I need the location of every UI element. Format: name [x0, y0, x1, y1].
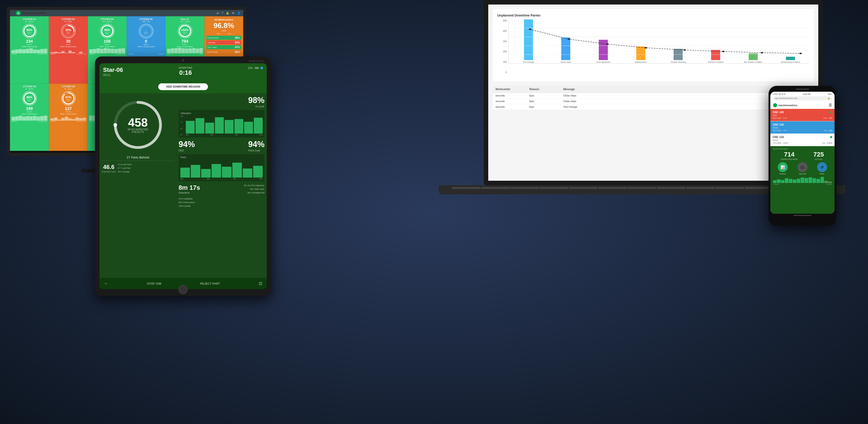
- svg-point-25: [114, 123, 117, 127]
- mc-parts: 794: [182, 39, 188, 44]
- col-workcenter: Workcenter: [495, 88, 529, 91]
- tab-behind-text: 27 Parts Behind: [127, 156, 149, 159]
- phone-machine-item-cnc133[interactable]: CNC 133 00410 725 Parts · 101% 2m · Acti…: [770, 134, 835, 146]
- bar-dimensional: Dimensional Problem: [774, 57, 807, 63]
- mc-status: 57m · Active: [180, 21, 190, 23]
- bar-tool-change: Tool Change: [512, 20, 546, 63]
- utilization-chart: Utilization 100 75 50 25: [179, 110, 265, 137]
- lock-icon[interactable]: 🔒: [226, 11, 229, 15]
- mc-parts: 0: [145, 39, 147, 44]
- mc-percent: 25%: [65, 28, 72, 31]
- pmi-name: CNC 132: [773, 123, 784, 126]
- mc-bar-chart: [166, 48, 203, 53]
- last-few: 47.7 Last Few: [118, 166, 174, 170]
- mc-name: CITIZEN 04: [101, 18, 114, 21]
- mc-timestamps: 3:30 PM 12:00 AM 11/15: [11, 53, 48, 55]
- mc-gauge: 87% PARTS GOAL: [61, 91, 76, 106]
- expected-now-label: EXPECTED NOW: [773, 148, 832, 150]
- stop-job-btn[interactable]: STOP JOB: [147, 282, 161, 285]
- chart-bars-area: Tool Change Clean chips Tool Adjustment: [508, 20, 809, 64]
- tablet-home-button[interactable]: [179, 285, 188, 294]
- data-table: Workcenter Reason Message seconds Epic C…: [493, 86, 814, 110]
- bar-tool-adjustment: Tool Adjustment: [586, 40, 620, 63]
- phone-menu-icon[interactable]: ☰: [829, 103, 832, 107]
- reset-btn[interactable]: ↺ Reset: [817, 162, 827, 175]
- mc-name: Star-11: [181, 18, 189, 21]
- mc-timestamps: 3:30 PM 12:00 AM 11/15: [89, 53, 125, 55]
- mc-behind-text: 00111: 22 parts ahead: [177, 46, 193, 47]
- phone-action-buttons: 📊 Reports ⬛ Stop Job ↺ Res: [773, 162, 832, 175]
- monitor-btn[interactable]: ⊡: [259, 281, 262, 286]
- tablet-header: Star-06 00111 DOWNTIME 0:16 17s · Idle: [99, 63, 267, 79]
- mc-parts: 158: [104, 39, 111, 44]
- table-header-row: Workcenter Reason Message: [493, 86, 814, 93]
- phone: AT&T Wi-Fi ✦ 6:09 PM 33% app.machinemetr…: [769, 86, 836, 226]
- carrier: AT&T Wi-Fi ✦: [773, 93, 786, 95]
- reports-label: Reports: [780, 173, 786, 175]
- mm-logo: m machinemetrics: [16, 11, 46, 15]
- phone-url-bar[interactable]: app.machinemetrics.com 🔒: [773, 96, 832, 100]
- tablet: SAMSUNG Star-06 00111 DOWNTIME 0:16 17s …: [95, 57, 271, 296]
- chart-y-axis: 500 400 300 200 100 0: [497, 20, 508, 74]
- mc-name: CITIZEN 03: [62, 18, 75, 21]
- mc-percent: 102%: [181, 28, 188, 31]
- wc-oee-label: OEE: [221, 30, 226, 32]
- samsung-brand: SAMSUNG: [249, 60, 265, 62]
- reset-label: Reset: [819, 173, 825, 175]
- settings-icon[interactable]: ⚙: [232, 11, 235, 15]
- utilization-label: Utilization: [180, 112, 263, 115]
- wc-row-yesterday: Yesterday 93%: [206, 40, 241, 44]
- tab-left-panel: 458 OF 617 EXPECTED 0 REJECTS 27 Parts B…: [99, 93, 176, 278]
- mc-percent: -: [143, 28, 149, 31]
- parts-bars: [180, 160, 263, 177]
- machine-card-citizen01[interactable]: CITIZEN 01 2h · Active 96% PARTS GOAL 23…: [10, 16, 49, 84]
- mc-bar-chart: [128, 48, 164, 53]
- availability: 97% Availability: [179, 197, 265, 201]
- phone-expected-val: 714 EXPECTED NOW: [781, 151, 798, 160]
- parts-gauge: 458 OF 617 EXPECTED 0 REJECTS: [111, 98, 165, 152]
- table-row: seconds Epic Clean chips: [493, 93, 814, 98]
- phone-machine-item-cnc132[interactable]: CNC 132 05460 602 Parts · 77% 47s · Idle: [770, 121, 835, 134]
- mc-bar-chart: [89, 48, 125, 53]
- phone-body: AT&T Wi-Fi ✦ 6:09 PM 33% app.machinemetr…: [769, 86, 836, 226]
- mc-name: CITIZEN 05: [140, 18, 153, 21]
- back-btn[interactable]: ←: [104, 281, 108, 286]
- user-icon[interactable]: 👤: [237, 11, 241, 15]
- phone-time-labels: 7:00 AM 7:30 PM: [773, 184, 832, 185]
- in-cycle-label: In Cycle: [179, 105, 265, 108]
- mc-status: 2h · Active: [25, 21, 34, 23]
- machine-card-citizen08[interactable]: CITIZEN 08 2h · Active 98% PARTS GOAL 19…: [10, 84, 49, 151]
- bar-machine-problem: Machine Problem: [699, 50, 733, 63]
- mm-logo-icon: m: [16, 11, 21, 15]
- tv-header-bar: m machinemetrics ⇄ ? 🔒 ⚙ 👤: [10, 10, 243, 16]
- phone-big-numbers: 714 EXPECTED NOW 725 ACTUAL: [773, 151, 832, 160]
- stop-job-phone-btn[interactable]: ⬛ Stop Job: [798, 162, 807, 175]
- mc-percent: 96%: [26, 28, 33, 31]
- mc-gauge: - PARTS GOAL: [139, 24, 153, 38]
- tab-machine-name: Star-06: [103, 66, 123, 73]
- phone-app-name: machinemetrics: [778, 104, 798, 107]
- info-icon[interactable]: ?: [221, 11, 223, 15]
- table-row: seconds Epic Clean chips: [493, 98, 814, 104]
- stop-job-label: STOP JOB: [147, 282, 161, 285]
- mc-parts: 199: [26, 106, 33, 111]
- mc-percent: 87%: [65, 95, 72, 99]
- machine-card-citizen03[interactable]: CITIZEN 03 2h · Other 25% PARTS GOAL 30 …: [49, 16, 88, 84]
- average: 49.4 Average: [118, 170, 174, 173]
- mc-gauge: 102% PARTS GOAL: [178, 24, 192, 38]
- oee-val: 94%: [179, 140, 195, 149]
- phone-machine-item-cnc120[interactable]: CNC 120 0060 602 Parts · 77% 27m · Idle: [770, 109, 835, 121]
- phone-stats-section: EXPECTED NOW 714 EXPECTED NOW 725 ACTUAL: [770, 146, 835, 214]
- reject-part-btn[interactable]: REJECT PART: [200, 282, 220, 285]
- shuffle-icon[interactable]: ⇄: [217, 11, 219, 15]
- reports-btn[interactable]: 📊 Reports: [778, 162, 788, 175]
- machine-card-citizen09[interactable]: CITIZEN 09 2h · Active 87% PARTS GOAL 13…: [49, 84, 88, 151]
- add-downtime-btn[interactable]: ADD DOWNTIME REASON: [158, 84, 208, 90]
- tab-idle-text: 17s · Idle: [248, 66, 259, 70]
- tab-right-panel: 98% In Cycle Utilization 100 75 50 25: [176, 93, 267, 278]
- uncategorized-stat: 56s Uncategorized: [244, 191, 265, 195]
- chart-area: 500 400 300 200 100 0: [497, 20, 809, 74]
- mc-timestamps: 3:30 PM 12:00 AM 11/15: [50, 53, 87, 55]
- phone-speaker: [796, 89, 809, 90]
- phone-home-indicator: [794, 215, 811, 216]
